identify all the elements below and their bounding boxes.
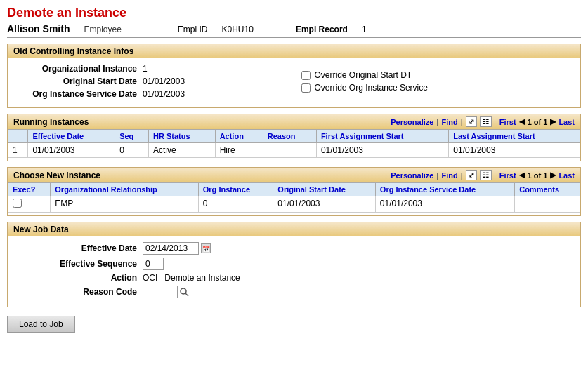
svg-line-1 xyxy=(185,293,188,296)
col-exec: Exec? xyxy=(8,183,51,196)
grid-icon[interactable]: ☷ xyxy=(480,116,492,127)
action-description: Demote an Instance xyxy=(164,273,240,283)
choose-new-instance-section: Choose New Instance Personalize | Find |… xyxy=(7,167,581,216)
org-instance-value: 1 xyxy=(143,64,148,74)
col-org-rel: Organizational Relationship xyxy=(51,183,198,196)
running-instances-title: Running Instances xyxy=(13,117,89,127)
col-header-first-assignment: First Assignment Start xyxy=(316,130,448,143)
col-comments: Comments xyxy=(515,183,580,196)
action-label: Action xyxy=(16,273,143,283)
col-header-action: Action xyxy=(215,130,263,143)
effective-sequence-label: Effective Sequence xyxy=(16,259,143,269)
empl-record-label: Empl Record xyxy=(296,25,348,34)
exec-checkbox[interactable] xyxy=(13,199,22,208)
original-start-date-label: Original Start Date xyxy=(16,76,143,86)
first-link[interactable]: First xyxy=(499,118,516,126)
personalize-link-2[interactable]: Personalize xyxy=(391,171,433,180)
old-controlling-section: Old Controlling Instance Infos Organizat… xyxy=(7,44,581,108)
old-controlling-title: Old Controlling Instance Infos xyxy=(13,46,133,56)
employee-label: Employee xyxy=(84,25,121,34)
cell-org-inst: 0 xyxy=(198,196,273,213)
cell-comments xyxy=(515,196,580,213)
cell-exec[interactable] xyxy=(8,196,51,213)
override-org-instance-checkbox[interactable] xyxy=(301,83,311,93)
new-job-data-header: New Job Data xyxy=(8,222,580,236)
running-instances-table: Effective Date Seq HR Status Action Reas… xyxy=(8,129,580,158)
view-all-icon-2[interactable]: ⤢ xyxy=(466,170,477,180)
view-all-icon[interactable]: ⤢ xyxy=(466,116,477,127)
col-header-reason: Reason xyxy=(263,130,316,143)
override-org-instance-label: Override Org Instance Service xyxy=(315,83,428,93)
col-org-inst: Org Instance xyxy=(198,183,273,196)
cell-last-assignment: 01/01/2003 xyxy=(449,143,580,158)
last-link[interactable]: Last xyxy=(558,118,575,126)
calendar-icon[interactable]: 📅 xyxy=(201,243,211,253)
action-value: OCI xyxy=(143,273,157,283)
empl-record-value: 1 xyxy=(362,25,367,34)
running-instances-header: Running Instances Personalize | Find | ⤢… xyxy=(8,114,580,129)
col-header-num xyxy=(8,130,28,143)
col-orig-start: Original Start Date xyxy=(273,183,376,196)
cell-effective-date: 01/01/2003 xyxy=(28,143,115,158)
col-header-last-assignment: Last Assignment Start xyxy=(449,130,580,143)
find-link-2[interactable]: Find xyxy=(441,171,457,180)
grid-icon-2[interactable]: ☷ xyxy=(480,170,492,180)
reason-code-label: Reason Code xyxy=(16,287,143,297)
col-header-hr-status: HR Status xyxy=(149,130,216,143)
new-job-data-body: Effective Date 📅 Effective Sequence Acti… xyxy=(8,236,580,307)
page-info: 1 of 1 xyxy=(528,118,548,126)
load-to-job-button[interactable]: Load to Job xyxy=(7,316,75,333)
cell-first-assignment: 01/01/2003 xyxy=(316,143,448,158)
cell-orig-start: 01/01/2003 xyxy=(273,196,376,213)
cell-action: Hire xyxy=(215,143,263,158)
effective-date-label: Effective Date xyxy=(16,243,143,253)
col-org-service: Org Instance Service Date xyxy=(375,183,514,196)
lookup-icon[interactable] xyxy=(179,287,189,297)
first-link-2[interactable]: First xyxy=(499,171,516,180)
old-instance-right: Override Original Start DT Override Org … xyxy=(301,64,573,102)
original-start-date-value: 01/01/2003 xyxy=(143,76,185,86)
org-instance-label: Organizational Instance xyxy=(16,64,143,74)
choose-new-instance-header: Choose New Instance Personalize | Find |… xyxy=(8,168,580,182)
new-job-data-section: New Job Data Effective Date 📅 Effective … xyxy=(7,222,581,307)
employee-name: Allison Smith xyxy=(7,23,70,34)
empl-id-value: K0HU10 xyxy=(222,25,254,34)
col-header-seq: Seq xyxy=(115,130,149,143)
svg-point-0 xyxy=(181,288,186,294)
page-title: Demote an Instance xyxy=(7,6,581,20)
running-instances-section: Running Instances Personalize | Find | ⤢… xyxy=(7,114,581,161)
old-instance-left: Organizational Instance 1 Original Start… xyxy=(16,64,287,102)
find-link[interactable]: Find xyxy=(441,118,457,126)
old-controlling-header: Old Controlling Instance Infos xyxy=(8,44,580,58)
cell-hr-status: Active xyxy=(149,143,216,158)
reason-code-input[interactable] xyxy=(143,286,178,298)
employee-header: Allison Smith Employee Empl ID K0HU10 Em… xyxy=(7,23,581,38)
running-instances-controls: Personalize | Find | ⤢ ☷ First ◀ 1 of 1 … xyxy=(391,116,575,127)
choose-new-instance-title: Choose New Instance xyxy=(13,171,100,180)
effective-date-input[interactable] xyxy=(143,242,199,255)
override-original-start-checkbox[interactable] xyxy=(301,71,311,80)
cell-org-rel: EMP xyxy=(51,196,198,213)
choose-new-instance-table: Exec? Organizational Relationship Org In… xyxy=(8,182,580,213)
page-info-2: 1 of 1 xyxy=(528,171,548,180)
override-original-start-label: Override Original Start DT xyxy=(315,70,412,80)
empl-id-label: Empl ID xyxy=(178,25,208,34)
choose-new-instance-controls: Personalize | Find | ⤢ ☷ First ◀ 1 of 1 … xyxy=(391,170,575,180)
last-link-2[interactable]: Last xyxy=(558,171,575,180)
table-row: EMP 0 01/01/2003 01/01/2003 xyxy=(8,196,580,213)
cell-reason xyxy=(263,143,316,158)
row-num: 1 xyxy=(8,143,28,158)
org-service-date-label: Org Instance Service Date xyxy=(16,89,143,99)
table-row: 1 01/01/2003 0 Active Hire 01/01/2003 01… xyxy=(8,143,580,158)
cell-org-service: 01/01/2003 xyxy=(375,196,514,213)
effective-sequence-input[interactable] xyxy=(143,258,164,270)
cell-seq: 0 xyxy=(115,143,149,158)
personalize-link[interactable]: Personalize xyxy=(391,118,433,126)
col-header-effective-date: Effective Date xyxy=(28,130,115,143)
new-job-data-title: New Job Data xyxy=(13,225,69,234)
org-service-date-value: 01/01/2003 xyxy=(143,89,185,99)
